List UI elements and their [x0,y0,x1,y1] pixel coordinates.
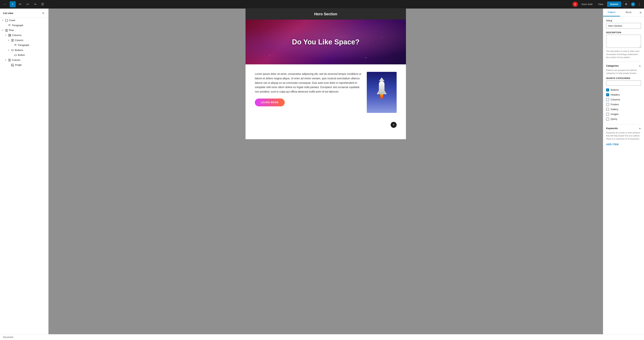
redo-button[interactable]: ↪ [32,1,38,7]
item-label: Columns [12,34,22,36]
description-textarea[interactable] [606,35,641,48]
svg-rect-1 [6,29,6,32]
submit-button[interactable]: Submit [607,2,621,7]
category-label: Images [610,113,619,116]
tab-block[interactable]: Block [620,8,637,16]
list-item[interactable]: Button [1,52,48,58]
categories-chevron-icon[interactable]: ▲ [639,64,641,67]
item-label: Image [15,64,22,66]
item-label: Cover [9,19,16,22]
canvas-inner: Hero Section Do You Like Space? Lorem ip… [246,8,406,139]
description-field-label: DESCRIPTION [606,31,641,34]
category-label: Footers [610,103,619,106]
category-item[interactable]: Gallery [606,107,641,112]
list-item[interactable]: ▾Column [1,58,48,62]
document-label: Document [3,336,13,338]
category-checkbox[interactable] [606,118,609,120]
category-checkbox[interactable] [606,108,609,111]
learn-more-button[interactable]: LEARN MORE [255,98,285,106]
list-item[interactable]: ▾Row [1,28,48,33]
svg-rect-9 [14,55,16,56]
item-icon [11,64,15,66]
list-view-button[interactable]: ☰ [40,1,46,7]
category-checkbox[interactable] [606,98,609,101]
pencil-icon: ✏ [19,2,22,6]
list-item[interactable]: ▾Buttons [1,48,48,52]
title-field-label: TITLE [606,20,641,22]
badge-1[interactable]: 1 [572,2,578,7]
list-item[interactable]: Paragraph [1,23,48,28]
add-icon: + [12,2,14,6]
category-checkbox[interactable] [606,88,609,92]
rocket-illustration [376,81,387,104]
categories-title: Categories [606,64,619,67]
tab-pattern[interactable]: Pattern [603,8,620,16]
item-icon [8,34,12,37]
item-icon [5,19,9,22]
add-block-circle-button[interactable]: + [391,122,396,128]
list-item[interactable]: Paragraph [1,43,48,48]
categories-list: ButtonsHeadersColumnsFootersGalleryImage… [606,88,641,122]
back-icon: ← [4,2,7,6]
description-helper-text: The description is used to help users of… [606,50,641,59]
item-label: Button [18,54,25,56]
list-item[interactable]: ▾Column [1,38,48,42]
toolbar-right: 1 Save draft View Submit ⚙ 2 ⋮ [572,1,642,7]
sidebar-left: List view ✕ ▾CoverParagraph▾Row▾Columns▾… [0,8,48,334]
category-item[interactable]: Images [606,112,641,117]
close-sidebar-button[interactable]: ✕ [41,11,45,15]
svg-rect-5 [10,34,11,36]
category-label: Gallery [610,108,618,111]
category-label: Query [610,118,617,120]
keywords-section-header: Keywords ▲ [606,127,641,130]
categories-helper-text: Patterns are grouped into defined catego… [606,69,641,75]
content-section: Lorem ipsum dolor sit amet, consectetur … [246,64,406,120]
keywords-helper-text: Keywords are words or short phrases that… [606,131,641,140]
category-checkbox[interactable] [606,103,609,106]
hero-banner: Do You Like Space? [246,20,406,64]
list-item[interactable]: ▾Cover [1,18,48,23]
save-draft-button[interactable]: Save draft [580,2,594,7]
category-item[interactable]: Buttons [606,88,641,92]
sidebar-right: Pattern Block ✕ TITLE DESCRIPTION The de… [603,8,644,334]
settings-icon: ⚙ [625,2,628,6]
redo-icon: ↪ [34,2,36,6]
back-button[interactable]: ← [2,1,8,7]
search-categories-input[interactable] [606,80,641,86]
settings-button[interactable]: ⚙ [623,1,629,7]
item-icon [14,44,18,47]
undo-button[interactable]: ↩ [25,1,30,7]
more-options-button[interactable]: ⋮ [637,2,642,7]
chevron-icon: ▾ [5,34,8,36]
badge-2[interactable]: 2 [631,2,635,6]
chevron-icon: ▾ [8,49,10,51]
content-text: Lorem ipsum dolor sit amet, consectetur … [255,72,361,106]
pencil-button[interactable]: ✏ [17,1,23,7]
chevron-icon: ▾ [8,39,10,41]
hero-heading: Do You Like Space? [292,38,360,46]
rocket-fin-left [377,90,379,94]
item-icon [8,58,12,62]
list-item[interactable]: Image [1,62,48,67]
category-checkbox[interactable] [606,93,609,96]
canvas-area: Hero Section Do You Like Space? Lorem ip… [48,8,603,334]
title-input[interactable] [606,23,641,29]
undo-icon: ↩ [26,2,29,6]
category-item[interactable]: Footers [606,102,641,107]
add-block-button[interactable]: + [10,1,16,7]
category-item[interactable]: Query [606,117,641,122]
view-button[interactable]: View [596,2,605,7]
svg-rect-12 [12,64,14,66]
category-item[interactable]: Columns [606,97,641,102]
close-right-sidebar-button[interactable]: ✕ [637,9,644,16]
category-checkbox[interactable] [606,113,609,116]
list-item[interactable]: ▾Columns [1,33,48,38]
rocket-flame [380,94,383,100]
svg-rect-4 [9,34,10,36]
category-label: Columns [610,98,620,101]
item-label: Paragraph [18,44,29,46]
toolbar: ← + ✏ ↩ ↪ ☰ 1 Save draft View Submit ⚙ 2… [0,0,644,8]
add-keyword-button[interactable]: ADD ITEM [606,143,619,146]
keywords-chevron-icon[interactable]: ▲ [639,127,641,130]
category-item[interactable]: Headers [606,92,641,97]
